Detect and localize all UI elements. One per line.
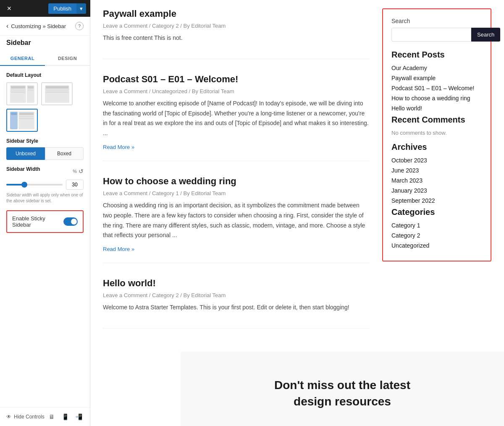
svg-rect-4 (11, 91, 25, 93)
pct-toggle[interactable]: % (73, 169, 77, 174)
hide-controls-label: Hide Controls (14, 414, 45, 420)
sidebar-width-label: Sidebar Width (6, 166, 40, 172)
width-input[interactable]: 30 (66, 180, 84, 190)
recent-post-1[interactable]: Our Academy (391, 65, 482, 71)
publish-dropdown-button[interactable]: ▾ (76, 3, 86, 14)
sidebar-box: Search Search Recent Posts Our Academy P… (382, 8, 491, 261)
panel-back-button[interactable]: ‹ Customizing » Sidebar (6, 22, 66, 30)
archive-1[interactable]: October 2023 (391, 157, 482, 164)
eye-icon: 👁 (6, 414, 11, 420)
post-2-excerpt: Welcome to another exciting episode of [… (103, 99, 370, 139)
post-2-meta: Leave a Comment / Uncategorized / By Edi… (103, 88, 370, 94)
panel-header: ‹ Customizing » Sidebar ? (0, 17, 90, 36)
post-1-title: Paywall example (103, 8, 370, 19)
categories-title: Categories (391, 207, 482, 217)
search-row: Search (391, 28, 482, 42)
post-3-excerpt: Choosing a wedding ring is an important … (103, 201, 370, 240)
layout-option-1[interactable] (6, 82, 38, 105)
search-label: Search (391, 18, 482, 24)
publish-button-group: Publish ▾ (48, 3, 86, 14)
svg-rect-3 (11, 89, 25, 91)
post-3-title: How to choose a wedding ring (103, 176, 370, 187)
panel-title: Sidebar (0, 36, 90, 52)
publish-button[interactable]: Publish (48, 3, 76, 14)
search-input[interactable] (391, 28, 471, 42)
hide-controls-button[interactable]: 👁 Hide Controls (6, 414, 45, 420)
svg-rect-2 (11, 86, 25, 89)
width-header: Sidebar Width % ↺ (6, 166, 84, 176)
tablet-icon[interactable]: 📱 (60, 412, 70, 422)
post-4-meta: Leave a Comment / Category 2 / By Editor… (103, 292, 370, 298)
blog-sidebar: Search Search Recent Posts Our Academy P… (382, 8, 491, 343)
width-section: Sidebar Width % ↺ 30 Sidebar width will … (6, 166, 84, 204)
post-4-excerpt: Welcome to Astra Starter Templates. This… (103, 303, 370, 313)
tab-general[interactable]: GENERAL (0, 52, 45, 66)
archive-2[interactable]: June 2023 (391, 167, 482, 174)
svg-rect-6 (28, 89, 34, 91)
svg-rect-17 (19, 118, 34, 119)
search-button[interactable]: Search (471, 28, 500, 42)
blog-layout: Paywall example Leave a Comment / Catego… (90, 0, 504, 352)
recent-posts-title: Recent Posts (391, 50, 482, 60)
category-2[interactable]: Category 2 (391, 232, 482, 239)
sticky-sidebar-label: Enable Sticky Sidebar (12, 215, 63, 228)
tab-design[interactable]: DESIGN (45, 52, 90, 65)
width-slider[interactable] (6, 184, 63, 186)
post-1-excerpt: This is free content This is not. (103, 33, 370, 43)
archives-title: Archives (391, 142, 482, 152)
style-buttons: Unboxed Boxed (6, 147, 84, 160)
post-4: Hello world! Leave a Comment / Category … (103, 278, 370, 329)
footer-newsletter: Don't miss out the latest design resourc… (181, 352, 504, 426)
sticky-sidebar-row: Enable Sticky Sidebar (6, 210, 84, 233)
post-1: Paywall example Leave a Comment / Catego… (103, 8, 370, 59)
panel-breadcrumb: Customizing » Sidebar (11, 23, 66, 29)
blog-main: Paywall example Leave a Comment / Catego… (103, 8, 370, 343)
archive-4[interactable]: January 2023 (391, 187, 482, 194)
help-icon[interactable]: ? (75, 22, 84, 30)
recent-comments-note: No comments to show. (391, 130, 482, 136)
recent-post-2[interactable]: Paywall example (391, 75, 482, 81)
post-2-read-more[interactable]: Read More » (103, 144, 134, 150)
recent-post-4[interactable]: How to choose a wedding ring (391, 95, 482, 102)
recent-comments-title: Recent Comments (391, 115, 482, 125)
close-icon[interactable]: ✕ (4, 3, 14, 13)
svg-rect-14 (11, 116, 17, 117)
svg-rect-9 (46, 89, 68, 91)
recent-post-5[interactable]: Hello world! (391, 105, 482, 112)
archive-5[interactable]: September 2022 (391, 197, 482, 204)
svg-rect-13 (11, 112, 17, 115)
sticky-sidebar-toggle[interactable] (63, 217, 78, 226)
category-3[interactable]: Uncategorized (391, 242, 482, 249)
layout-option-2[interactable] (41, 82, 73, 105)
post-3: How to choose a wedding ring Leave a Com… (103, 176, 370, 263)
width-controls: % ↺ (73, 168, 84, 175)
svg-rect-16 (19, 116, 34, 117)
sidebar-style-label: Sidebar Style (6, 138, 84, 144)
panel-content: Default Layout (0, 66, 90, 407)
archive-3[interactable]: March 2023 (391, 177, 482, 184)
mobile-icon[interactable]: 📲 (74, 412, 84, 422)
left-panel: ✕ Publish ▾ ‹ Customizing » Sidebar ? Si… (0, 0, 90, 426)
newsletter-heading: Don't miss out the latest design resourc… (258, 377, 426, 410)
svg-rect-8 (46, 86, 68, 89)
back-arrow-icon: ‹ (6, 22, 8, 30)
recent-post-3[interactable]: Podcast S01 – E01 – Welcome! (391, 85, 482, 91)
post-3-read-more[interactable]: Read More » (103, 246, 134, 252)
width-note: Sidebar width will apply only when one o… (6, 192, 84, 204)
panel-tabs: GENERAL DESIGN (0, 52, 90, 66)
style-unboxed-button[interactable]: Unboxed (6, 147, 45, 160)
content-area: Paywall example Leave a Comment / Catego… (90, 0, 504, 426)
layout-option-3[interactable] (6, 109, 38, 132)
post-2-title: Podcast S01 – E01 – Welcome! (103, 74, 370, 85)
svg-rect-5 (28, 86, 34, 89)
desktop-icon[interactable]: 🖥 (47, 412, 57, 422)
top-bar: ✕ Publish ▾ (0, 0, 90, 17)
category-1[interactable]: Category 1 (391, 222, 482, 229)
layout-options (6, 82, 84, 132)
refresh-icon[interactable]: ↺ (79, 168, 84, 175)
post-4-title: Hello world! (103, 278, 370, 289)
bottom-icons: 🖥 📱 📲 (47, 412, 84, 422)
post-3-meta: Leave a Comment / Category 1 / By Editor… (103, 190, 370, 196)
style-boxed-button[interactable]: Boxed (45, 147, 84, 160)
post-2: Podcast S01 – E01 – Welcome! Leave a Com… (103, 74, 370, 161)
